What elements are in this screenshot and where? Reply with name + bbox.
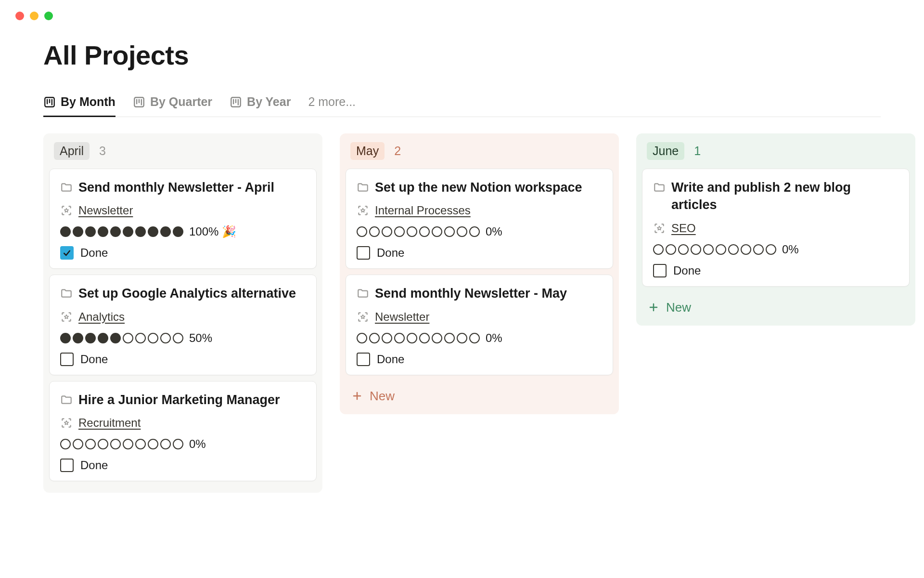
card-title: Write and publish 2 new blog articles [671, 179, 898, 214]
progress-dot [653, 244, 664, 255]
progress-dot [173, 226, 183, 237]
column-tag[interactable]: June [647, 142, 684, 160]
progress-dot [148, 226, 158, 237]
target-icon [60, 204, 73, 217]
column-count: 2 [394, 144, 401, 158]
progress-dot [148, 439, 158, 449]
window-controls [0, 0, 924, 20]
card-category[interactable]: Internal Processes [375, 204, 471, 217]
progress-dot [394, 226, 405, 237]
done-checkbox[interactable] [60, 246, 74, 260]
column-tag[interactable]: April [54, 142, 90, 160]
target-icon [357, 311, 369, 323]
progress-label: 0% [189, 437, 206, 451]
progress-dot [382, 226, 392, 237]
project-card[interactable]: Send monthly Newsletter - May Newsletter… [346, 275, 613, 375]
more-views-button[interactable]: 2 more... [308, 90, 356, 117]
progress-dot [160, 333, 171, 343]
board-icon [230, 96, 242, 108]
progress-dot [85, 333, 96, 343]
view-tab-by-year[interactable]: By Year [230, 90, 291, 117]
progress-dot [394, 333, 405, 343]
target-icon [653, 222, 666, 235]
folder-icon [60, 287, 73, 300]
card-title: Hire a Junior Marketing Manager [78, 391, 280, 408]
done-checkbox[interactable] [357, 353, 370, 366]
minimize-window-button[interactable] [30, 12, 38, 20]
view-tab-by-quarter[interactable]: By Quarter [133, 90, 212, 117]
new-card-button[interactable]: New [642, 292, 910, 320]
view-tabs: By Month By Quarter By Year 2 more... [43, 90, 881, 117]
maximize-window-button[interactable] [44, 12, 53, 20]
card-category[interactable]: Recruitment [78, 416, 141, 430]
progress-dot [444, 333, 455, 343]
column-tag[interactable]: May [350, 142, 385, 160]
project-card[interactable]: Set up Google Analytics alternative Anal… [49, 275, 317, 375]
done-checkbox[interactable] [653, 264, 667, 277]
board-icon [43, 96, 56, 108]
folder-icon [60, 181, 73, 194]
progress-dot [357, 226, 367, 237]
column-count: 1 [694, 144, 701, 158]
progress-dot [678, 244, 689, 255]
folder-icon [60, 394, 73, 406]
close-window-button[interactable] [15, 12, 24, 20]
progress-dot [98, 439, 108, 449]
page-content: All Projects By Month By Quarter By Year… [0, 20, 924, 493]
card-title: Set up the new Notion workspace [375, 179, 582, 196]
progress-dot [135, 439, 146, 449]
progress-dot [419, 226, 430, 237]
check-icon [62, 248, 72, 258]
card-category[interactable]: Newsletter [375, 310, 429, 324]
card-category[interactable]: SEO [671, 222, 696, 235]
done-label: Done [377, 353, 404, 366]
card-category[interactable]: Analytics [78, 310, 125, 324]
progress-dot [444, 226, 455, 237]
progress-dot [357, 333, 367, 343]
plus-icon [648, 302, 659, 313]
progress-dot [135, 333, 146, 343]
card-title: Send monthly Newsletter - May [375, 285, 567, 302]
view-tab-label: By Year [247, 95, 291, 109]
folder-icon [357, 181, 369, 194]
progress-dot [73, 439, 83, 449]
new-card-label: New [370, 389, 395, 404]
progress-dot [457, 226, 467, 237]
progress-dot [60, 226, 71, 237]
project-card[interactable]: Write and publish 2 new blog articles SE… [642, 169, 910, 287]
view-tab-by-month[interactable]: By Month [43, 90, 116, 117]
column-count: 3 [99, 144, 106, 158]
done-checkbox[interactable] [357, 246, 370, 260]
card-category[interactable]: Newsletter [78, 204, 133, 217]
target-icon [60, 417, 73, 429]
progress-bar: 50% [60, 331, 306, 345]
progress-dot [110, 333, 121, 343]
done-label: Done [377, 246, 404, 260]
new-card-button[interactable]: New [346, 381, 613, 408]
done-checkbox[interactable] [60, 353, 74, 366]
done-label: Done [673, 264, 701, 277]
target-icon [357, 204, 369, 217]
progress-dot [148, 333, 158, 343]
progress-dot [123, 226, 133, 237]
progress-bar: 0% [653, 243, 898, 256]
column-header: April 3 [49, 139, 317, 169]
column-header: May 2 [346, 139, 613, 169]
project-card[interactable]: Set up the new Notion workspace Internal… [346, 169, 613, 269]
progress-dot [691, 244, 701, 255]
progress-label: 0% [486, 225, 502, 238]
progress-dot [382, 333, 392, 343]
progress-dot [173, 333, 183, 343]
project-card[interactable]: Hire a Junior Marketing Manager Recruitm… [49, 381, 317, 481]
progress-dot [469, 333, 480, 343]
card-title: Set up Google Analytics alternative [78, 285, 296, 302]
new-card-label: New [666, 300, 691, 315]
column-june: June 1 Write and publish 2 new blog arti… [636, 133, 915, 326]
project-card[interactable]: Send monthly Newsletter - April Newslett… [49, 169, 317, 269]
column-april: April 3 Send monthly Newsletter - April … [43, 133, 322, 493]
done-checkbox[interactable] [60, 459, 74, 472]
progress-dot [432, 226, 442, 237]
progress-dot [716, 244, 726, 255]
progress-dot [123, 333, 133, 343]
board-icon [133, 96, 145, 108]
